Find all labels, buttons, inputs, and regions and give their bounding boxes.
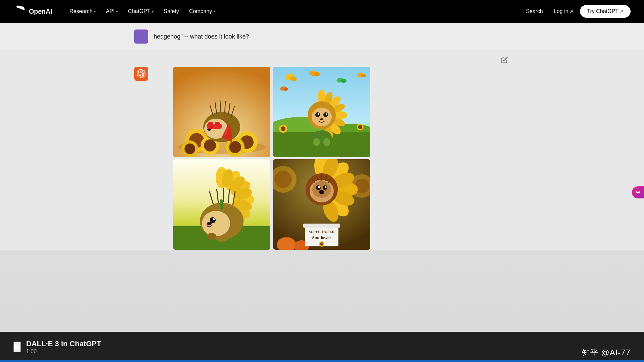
ai-avatar — [134, 67, 148, 81]
svg-point-56 — [320, 118, 323, 120]
svg-point-90 — [216, 236, 228, 242]
try-chatgpt-button[interactable]: Try ChatGPT ↗ — [580, 5, 631, 18]
video-duration: 1:00 — [26, 349, 101, 355]
external-link-icon: ↗ — [570, 9, 573, 14]
hedgehog-pot-svg: SUPER-DUPER Sunflower — [273, 159, 370, 250]
watermark-area: 知乎 @AI-77 — [582, 347, 631, 358]
svg-point-39 — [283, 87, 288, 91]
external-link-icon: ↗ — [620, 9, 624, 14]
svg-point-50 — [315, 112, 320, 117]
generated-image-3[interactable] — [173, 159, 270, 250]
nav-safety[interactable]: Safety — [160, 6, 183, 17]
openai-logo-icon — [13, 5, 25, 17]
svg-point-61 — [281, 126, 285, 131]
generated-image-2[interactable] — [273, 67, 370, 157]
chevron-down-icon: ▾ — [94, 9, 96, 14]
video-info: ▶ DALL·E 3 in ChatGPT 1:00 — [13, 339, 101, 355]
edit-button[interactable] — [499, 55, 510, 65]
svg-point-63 — [358, 125, 362, 129]
svg-point-52 — [323, 112, 328, 117]
svg-point-88 — [207, 222, 212, 225]
svg-rect-91 — [220, 199, 223, 209]
svg-point-114 — [325, 186, 327, 188]
search-button[interactable]: Search — [522, 6, 547, 17]
svg-point-111 — [316, 185, 321, 190]
nav-api[interactable]: API ▾ — [102, 6, 122, 17]
side-float-button[interactable]: AA — [632, 186, 644, 198]
svg-point-24 — [208, 122, 213, 126]
svg-point-110 — [312, 181, 331, 198]
nav-company[interactable]: Company ▾ — [185, 6, 219, 17]
video-bar: ▶ DALL·E 3 in ChatGPT 1:00 知乎 @AI-77 — [0, 332, 644, 362]
svg-point-89 — [207, 233, 216, 240]
chevron-down-icon: ▾ — [152, 9, 154, 14]
svg-point-113 — [323, 185, 327, 190]
svg-point-58 — [313, 138, 320, 146]
chevron-down-icon: ▾ — [116, 9, 118, 14]
navbar-right: Search Log in ↗ Try ChatGPT ↗ — [522, 5, 631, 18]
svg-point-115 — [319, 190, 324, 194]
login-button[interactable]: Log in ↗ — [550, 6, 578, 17]
logo-text: OpenAI — [29, 8, 52, 15]
edit-icon — [501, 57, 508, 63]
main-content: hedgehog" -- what does it look like? — [0, 23, 644, 362]
logo-link[interactable]: OpenAI — [13, 5, 52, 17]
navbar-left: OpenAI Research ▾ API ▾ ChatGPT ▾ Safety… — [13, 5, 219, 17]
svg-point-84 — [202, 211, 230, 236]
generated-image-4[interactable]: SUPER-DUPER Sunflower — [273, 159, 370, 250]
svg-point-94 — [274, 171, 292, 188]
svg-point-53 — [326, 113, 327, 115]
svg-text:Sunflower: Sunflower — [312, 235, 331, 240]
nav-research[interactable]: Research ▾ — [65, 6, 100, 17]
play-button[interactable]: ▶ — [13, 342, 21, 352]
progress-bar — [0, 360, 644, 362]
video-title: DALL·E 3 in ChatGPT — [26, 339, 101, 349]
chevron-down-icon: ▾ — [213, 9, 215, 14]
hedgehog-cute-svg — [173, 159, 270, 250]
svg-point-86 — [213, 218, 215, 220]
svg-point-25 — [215, 122, 220, 126]
svg-point-35 — [340, 79, 346, 83]
svg-point-51 — [318, 113, 319, 115]
user-avatar — [134, 29, 148, 44]
video-text: DALL·E 3 in ChatGPT 1:00 — [26, 339, 101, 355]
svg-point-5 — [204, 139, 216, 152]
ai-row: SUPER-DUPER Sunflower — [134, 67, 510, 250]
watermark-text: 知乎 @AI-77 — [582, 347, 631, 358]
svg-point-7 — [184, 143, 195, 154]
hedgehog-cartoon-field-svg — [273, 67, 370, 157]
message-row: hedgehog" -- what does it look like? — [0, 23, 644, 44]
svg-point-37 — [361, 74, 366, 77]
nav-chatgpt[interactable]: ChatGPT ▾ — [124, 6, 158, 17]
top-message-area: hedgehog" -- what does it look like? — [0, 23, 644, 49]
svg-point-49 — [312, 108, 332, 126]
generated-image-1[interactable] — [173, 67, 270, 157]
svg-point-11 — [229, 141, 241, 153]
hedgehog-superhero-svg — [173, 67, 270, 157]
chatgpt-icon — [137, 69, 146, 78]
ai-response-area: SUPER-DUPER Sunflower — [0, 49, 644, 250]
svg-point-126 — [320, 242, 323, 246]
navbar: OpenAI Research ▾ API ▾ ChatGPT ▾ Safety… — [0, 0, 644, 23]
image-grid: SUPER-DUPER Sunflower — [173, 67, 371, 250]
svg-rect-122 — [303, 224, 340, 228]
svg-point-112 — [318, 186, 320, 188]
nav-links: Research ▾ API ▾ ChatGPT ▾ Safety Compan… — [65, 6, 219, 17]
svg-point-33 — [314, 72, 320, 76]
message-text: hedgehog" -- what does it look like? — [154, 29, 249, 41]
svg-point-59 — [323, 138, 330, 146]
svg-text:SUPER-DUPER: SUPER-DUPER — [309, 230, 335, 234]
